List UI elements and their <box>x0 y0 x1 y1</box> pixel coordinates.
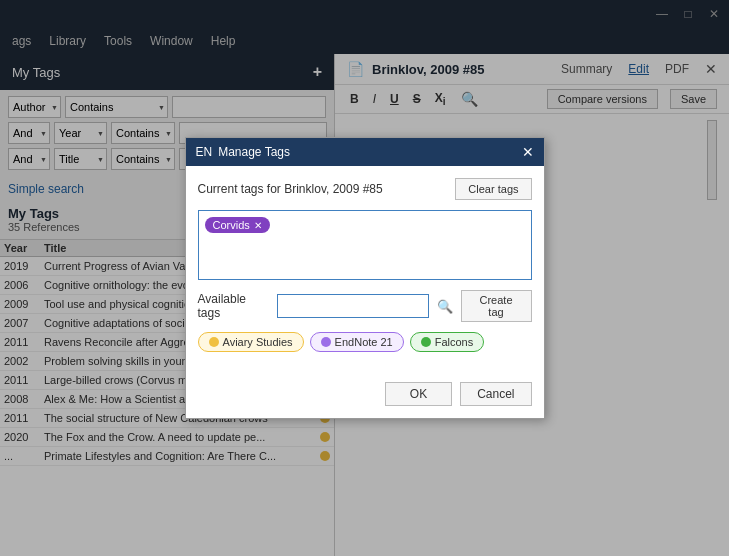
modal-body: Current tags for Brinklov, 2009 #85 Clea… <box>186 166 544 376</box>
manage-tags-modal: EN Manage Tags ✕ Current tags for Brinkl… <box>185 137 545 419</box>
chip-color-dot <box>321 337 331 347</box>
current-tags-label: Current tags for Brinklov, 2009 #85 <box>198 182 448 196</box>
current-corvids-chip[interactable]: Corvids ✕ <box>205 217 270 233</box>
chip-color-dot <box>421 337 431 347</box>
available-tags-label: Available tags <box>198 292 269 320</box>
available-tags-chips: Aviary StudiesEndNote 21Falcons <box>198 332 532 352</box>
current-tags-box: Corvids ✕ <box>198 210 532 280</box>
modal-header-icon: EN <box>196 145 213 159</box>
available-chip[interactable]: Aviary Studies <box>198 332 304 352</box>
chip-color-dot <box>209 337 219 347</box>
chip-label: Aviary Studies <box>223 336 293 348</box>
modal-title: Manage Tags <box>218 145 515 159</box>
modal-overlay: EN Manage Tags ✕ Current tags for Brinkl… <box>0 0 729 556</box>
available-chip[interactable]: EndNote 21 <box>310 332 404 352</box>
clear-tags-button[interactable]: Clear tags <box>455 178 531 200</box>
ok-button[interactable]: OK <box>385 382 452 406</box>
create-tag-button[interactable]: Create tag <box>461 290 532 322</box>
modal-footer: OK Cancel <box>186 376 544 418</box>
available-tags-row: Available tags 🔍 Create tag <box>198 290 532 322</box>
cancel-button[interactable]: Cancel <box>460 382 531 406</box>
modal-header: EN Manage Tags ✕ <box>186 138 544 166</box>
available-chip[interactable]: Falcons <box>410 332 485 352</box>
chip-label: Falcons <box>435 336 474 348</box>
current-tag-remove[interactable]: ✕ <box>254 220 262 231</box>
current-tag-label: Corvids <box>213 219 250 231</box>
modal-close-button[interactable]: ✕ <box>522 144 534 160</box>
chip-label: EndNote 21 <box>335 336 393 348</box>
available-search-icon: 🔍 <box>437 299 453 314</box>
available-tags-search-input[interactable] <box>277 294 429 318</box>
modal-current-tags-row: Current tags for Brinklov, 2009 #85 Clea… <box>198 178 532 200</box>
